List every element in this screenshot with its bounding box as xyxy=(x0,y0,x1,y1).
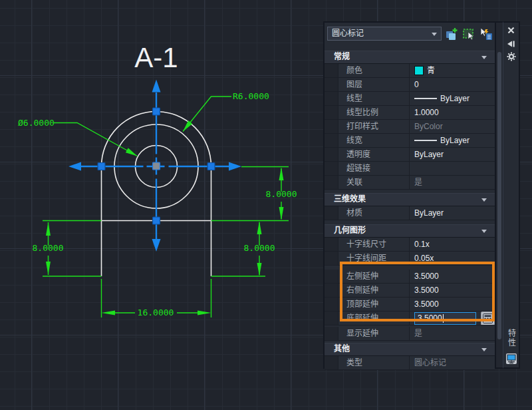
palette-settings-button[interactable] xyxy=(506,52,517,61)
collapse-icon xyxy=(481,348,487,351)
dim-bottom-text[interactable]: 16.0000 xyxy=(138,308,174,317)
close-icon xyxy=(507,27,515,34)
property-label: 十字线尺寸 xyxy=(338,238,410,251)
bottom-extension-input[interactable]: 3.5000 xyxy=(414,312,476,325)
close-button[interactable] xyxy=(506,25,517,35)
calculator-button[interactable] xyxy=(481,311,495,325)
property-value-cross-gap[interactable]: 0.05x xyxy=(410,252,495,265)
property-value-bottom-extension: 3.5000 xyxy=(410,311,495,325)
pickadd-toggle-button[interactable] xyxy=(444,27,459,41)
property-label: 顶部延伸 xyxy=(338,298,410,311)
section-label: 常规 xyxy=(334,52,350,61)
auto-hide-button[interactable] xyxy=(506,39,517,49)
object-type-dropdown[interactable]: 圆心标记 xyxy=(327,27,442,41)
property-value-transparency[interactable]: ByLayer xyxy=(410,148,495,161)
property-label: 十字线间距 xyxy=(338,252,410,265)
property-value-hyperlink[interactable] xyxy=(410,162,495,175)
section-label: 其他 xyxy=(334,344,350,353)
quick-select-icon xyxy=(479,27,493,41)
diameter-leader-text[interactable]: Ø6.0000 xyxy=(18,118,55,128)
property-label: 颜色 xyxy=(338,64,410,77)
chevron-down-icon xyxy=(432,33,437,36)
palette-display-button[interactable] xyxy=(505,353,517,365)
property-row-right-extension: 右侧延伸 3.5000 xyxy=(325,284,495,298)
property-label: 类型 xyxy=(338,356,410,369)
stretch-arrow-right[interactable] xyxy=(229,162,241,171)
collapse-icon xyxy=(481,198,487,202)
property-row-hyperlink: 超链接 xyxy=(325,162,495,176)
property-value-lineweight[interactable]: ByLayer xyxy=(410,134,495,147)
text-cursor xyxy=(443,314,444,323)
property-row-plotstyle: 打印样式 ByColor xyxy=(325,120,495,134)
stretch-arrow-top[interactable] xyxy=(152,80,161,93)
grip-right[interactable] xyxy=(207,163,215,170)
property-label: 右侧延伸 xyxy=(338,284,410,297)
radius-leader-text[interactable]: R6.0000 xyxy=(233,91,269,101)
property-row-type: 类型 圆心标记 xyxy=(325,356,495,370)
auto-hide-icon xyxy=(507,40,515,48)
property-value-show-extension[interactable]: 是 xyxy=(410,327,495,340)
grip-bottom[interactable] xyxy=(153,217,160,224)
section-header-geometry[interactable]: 几何图形 xyxy=(325,224,495,238)
dim-right-lower-text[interactable]: 8.0000 xyxy=(244,243,275,253)
property-row-material: 材质 ByLayer xyxy=(325,206,495,220)
gear-icon xyxy=(507,52,516,61)
properties-toolbar: 圆心标记 xyxy=(327,27,493,45)
properties-palette: 圆心标记 xyxy=(323,21,520,369)
property-label: 图层 xyxy=(338,78,410,91)
select-objects-button[interactable] xyxy=(462,27,476,41)
property-value-top-extension[interactable]: 3.5000 xyxy=(410,298,495,311)
object-type-dropdown-value: 圆心标记 xyxy=(332,29,364,38)
property-label: 线宽 xyxy=(338,134,410,147)
dim-right-upper-text[interactable]: 8.0000 xyxy=(266,189,297,199)
collapse-icon xyxy=(481,56,487,59)
palette-title-label: 特性 xyxy=(506,329,517,347)
property-label: 显示延伸 xyxy=(338,327,410,340)
lineweight-glyph xyxy=(414,140,437,141)
property-value-material[interactable]: ByLayer xyxy=(410,206,495,220)
grip-left[interactable] xyxy=(98,163,105,170)
linetype-glyph xyxy=(414,98,437,99)
property-label: 左侧延伸 xyxy=(338,270,410,283)
section-header-general[interactable]: 常规 xyxy=(325,51,495,64)
property-label: 线型比例 xyxy=(338,106,410,119)
property-value-cross-size[interactable]: 0.1x xyxy=(410,238,495,251)
display-settings-icon xyxy=(505,353,517,365)
property-value-associative: 是 xyxy=(410,176,495,189)
section-label: 三维效果 xyxy=(334,194,366,204)
property-label: 超链接 xyxy=(338,162,410,175)
section-header-3d-effects[interactable]: 三维效果 xyxy=(325,193,495,206)
grip-top[interactable] xyxy=(153,108,160,115)
color-swatch-cyan xyxy=(414,66,424,75)
property-value-color[interactable]: 青 xyxy=(410,64,495,77)
property-row-top-extension: 顶部延伸 3.5000 xyxy=(325,298,495,311)
calculator-icon xyxy=(483,313,493,323)
property-row-color: 颜色 青 xyxy=(325,64,495,78)
scrollbar-thumb[interactable] xyxy=(497,52,501,339)
palette-scrollbar[interactable] xyxy=(496,21,503,369)
property-value-right-extension[interactable]: 3.5000 xyxy=(410,284,495,297)
property-value-left-extension[interactable]: 3.5000 xyxy=(410,270,495,283)
dim-left-text[interactable]: 8.0000 xyxy=(33,243,64,253)
stretch-arrow-bottom[interactable] xyxy=(152,239,161,252)
grip-center[interactable] xyxy=(153,162,160,170)
property-value-ltscale[interactable]: 1.0000 xyxy=(410,106,495,119)
property-row-cross-size: 十字线尺寸 0.1x xyxy=(325,238,495,252)
section-header-other[interactable]: 其他 xyxy=(325,343,495,356)
property-value-plotstyle: ByColor xyxy=(410,120,495,133)
property-row-cross-gap: 十字线间距 0.05x xyxy=(325,252,495,266)
property-label: 底部延伸 xyxy=(338,311,410,325)
property-label: 透明度 xyxy=(338,148,410,161)
property-value-linetype[interactable]: ByLayer xyxy=(410,92,495,105)
property-row-layer: 图层 0 xyxy=(325,78,495,92)
property-label: 关联 xyxy=(338,176,410,189)
property-value-layer[interactable]: 0 xyxy=(410,78,495,91)
quick-select-button[interactable] xyxy=(479,27,493,41)
palette-title-bar: 特性 xyxy=(503,21,520,369)
drawing-title-text[interactable]: A-1 xyxy=(134,42,178,73)
property-row-associative: 关联 是 xyxy=(325,176,495,190)
autocad-viewport: { "drawing": { "title": "A-1", "labels":… xyxy=(0,0,532,410)
stretch-arrow-left[interactable] xyxy=(68,162,81,171)
property-label: 线型 xyxy=(338,92,410,105)
property-row-ltscale: 线型比例 1.0000 xyxy=(325,106,495,120)
